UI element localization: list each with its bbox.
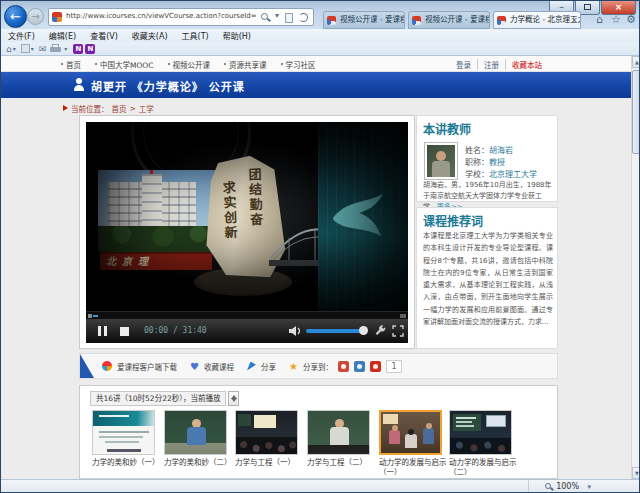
lecture-title-6[interactable]: 动力学的发展与启示（二） bbox=[449, 458, 523, 477]
weibo-icon[interactable] bbox=[338, 361, 349, 372]
lecture-title-5[interactable]: 动力学的发展与启示（一） bbox=[379, 458, 453, 477]
status-separator bbox=[528, 480, 529, 493]
mail-icon[interactable]: ✉ bbox=[39, 43, 47, 55]
nav-community[interactable]: 学习社区 bbox=[281, 59, 316, 70]
zoom-magnifier-icon bbox=[545, 483, 551, 489]
back-button[interactable]: ← bbox=[4, 5, 27, 28]
scroll-up-button[interactable]: ▲ bbox=[632, 56, 640, 68]
favorite-site-link[interactable]: 收藏本站 bbox=[505, 59, 548, 70]
tab-favicon-icon bbox=[327, 16, 336, 25]
onenote-icon[interactable]: N bbox=[73, 44, 83, 54]
menu-help[interactable]: 帮助(H) bbox=[216, 30, 258, 41]
pause-button[interactable] bbox=[98, 326, 101, 336]
forward-button[interactable]: → bbox=[27, 8, 44, 25]
fullscreen-icon[interactable] bbox=[392, 325, 404, 337]
register-link[interactable]: 注册 bbox=[477, 59, 505, 70]
address-bar[interactable]: http://www.icourses.cn/viewVCourse.actio… bbox=[48, 8, 314, 26]
tab-close-icon[interactable]: × bbox=[570, 12, 578, 28]
status-bar: 100% ▾ bbox=[1, 479, 640, 493]
course-banner: 胡更开 《力学概论》 公开课 bbox=[1, 72, 632, 98]
breadcrumb: 当前位置： 首页 > 工学 bbox=[63, 102, 157, 114]
teacher-name-link[interactable]: 胡海岩 bbox=[489, 146, 513, 155]
scroll-down-button[interactable]: ▼ bbox=[632, 467, 640, 479]
chevron-down-icon[interactable]: ▾ bbox=[64, 45, 67, 52]
volume-knob[interactable] bbox=[359, 326, 368, 335]
share-to-label: 分享到： bbox=[303, 361, 333, 372]
favorite-course-link[interactable]: 收藏课程 bbox=[204, 361, 234, 372]
lecture-thumb-4[interactable] bbox=[307, 410, 370, 455]
nav-home[interactable]: 首页 bbox=[61, 59, 81, 70]
login-link[interactable]: 登录 bbox=[450, 59, 477, 70]
client-download-link[interactable]: 爱课程客户端下载 bbox=[117, 361, 177, 372]
menu-favorites[interactable]: 收藏夹(A) bbox=[125, 30, 175, 41]
seek-bar[interactable] bbox=[86, 311, 408, 319]
onenote-linked-icon[interactable]: N bbox=[85, 44, 95, 54]
playlist-sort-spinner[interactable] bbox=[228, 391, 239, 406]
share-link[interactable]: 分享 bbox=[261, 361, 276, 372]
menu-tools[interactable]: 工具(T) bbox=[175, 30, 216, 41]
menu-file[interactable]: 文件(F) bbox=[1, 30, 42, 41]
volume-icon[interactable] bbox=[288, 325, 302, 337]
lecture-thumb-5-current[interactable] bbox=[379, 410, 442, 455]
url-dropdown-icon[interactable]: ▾ bbox=[275, 11, 279, 20]
print-icon[interactable] bbox=[50, 44, 61, 53]
breadcrumb-category-link[interactable]: 工学 bbox=[139, 103, 154, 114]
zoom-dropdown-icon[interactable]: ▾ bbox=[587, 483, 591, 491]
scrollbar-thumb[interactable] bbox=[632, 70, 640, 154]
browser-tab-2[interactable]: 视频公开课 - 爱课程 bbox=[408, 11, 490, 29]
lecture-thumb-2[interactable] bbox=[164, 410, 227, 455]
lecture-thumb-3[interactable] bbox=[235, 410, 298, 455]
share-bar: 爱课程客户端下载 ♥ 收藏课程 分享 ★ 分享到： 1 bbox=[79, 353, 558, 379]
pause-button[interactable] bbox=[104, 326, 107, 336]
bullet-icon bbox=[95, 63, 97, 65]
browser-tab-1[interactable]: 视频公开课 - 爱课程 bbox=[323, 11, 405, 29]
video-frame[interactable]: 北京理 团结勤奋 求实创新 bbox=[86, 122, 408, 311]
renren-icon[interactable] bbox=[370, 361, 381, 372]
site-favicon-icon bbox=[52, 12, 62, 22]
page-scrollbar[interactable]: ▲ ▼ bbox=[631, 56, 640, 479]
settings-gear-icon[interactable]: ⚙ bbox=[626, 14, 636, 26]
url-text[interactable]: http://www.icourses.cn/viewVCourse.actio… bbox=[66, 12, 256, 24]
lecture-title-1[interactable]: 力学的美和妙（一） bbox=[92, 458, 166, 468]
arrow-right-icon bbox=[63, 105, 68, 111]
tab-label: 视频公开课 - 爱课程 bbox=[340, 15, 405, 24]
feed-icon[interactable] bbox=[21, 44, 30, 53]
share-icon bbox=[247, 362, 256, 371]
star-icon: ★ bbox=[289, 361, 298, 372]
home-icon[interactable]: ⌂ bbox=[596, 14, 603, 26]
chevron-down-icon[interactable]: ▾ bbox=[13, 45, 16, 52]
lecture-thumb-6[interactable] bbox=[449, 410, 512, 455]
tab-label: 视频公开课 - 爱课程 bbox=[425, 15, 490, 24]
lecture-title-3[interactable]: 力学与工程（一） bbox=[235, 458, 309, 468]
lecture-title-4[interactable]: 力学与工程（二） bbox=[307, 458, 381, 468]
volume-slider[interactable] bbox=[306, 329, 362, 333]
teacher-name-row: 姓名：胡海岩 bbox=[465, 144, 513, 155]
qzone-icon[interactable] bbox=[354, 361, 365, 372]
stop-button[interactable] bbox=[120, 327, 129, 336]
nav-mooc[interactable]: 中国大学MOOC bbox=[95, 59, 154, 70]
chevron-down-icon[interactable]: ▾ bbox=[31, 45, 34, 52]
lecture-title-2[interactable]: 力学的美和妙（二） bbox=[164, 458, 238, 468]
menu-view[interactable]: 查看(V) bbox=[83, 30, 125, 41]
menu-edit[interactable]: 编辑(E) bbox=[42, 30, 83, 41]
client-app-icon bbox=[102, 361, 112, 371]
lecture-thumb-1[interactable] bbox=[92, 410, 155, 455]
breadcrumb-separator: > bbox=[130, 104, 136, 113]
favorites-icon[interactable]: ☆ bbox=[611, 14, 621, 26]
breadcrumb-home-link[interactable]: 首页 bbox=[112, 103, 127, 114]
bullet-icon bbox=[168, 63, 170, 65]
nav-open-video[interactable]: 视频公开课 bbox=[168, 59, 211, 70]
home-page-icon[interactable]: ⌂ bbox=[6, 43, 12, 55]
teacher-school-link[interactable]: 北京理工大学 bbox=[489, 170, 537, 179]
nav-shared-resources[interactable]: 资源共享课 bbox=[224, 59, 267, 70]
compatibility-view-icon[interactable] bbox=[285, 13, 293, 23]
settings-wrench-icon[interactable] bbox=[374, 325, 386, 337]
search-icon[interactable] bbox=[261, 13, 268, 20]
browser-tab-active[interactable]: 力学概论 - 北京理工大... × bbox=[493, 11, 581, 29]
tab-favicon-icon bbox=[497, 16, 506, 25]
zoom-level[interactable]: 100% bbox=[556, 482, 579, 491]
spinner-down-icon[interactable] bbox=[231, 398, 237, 402]
teacher-photo bbox=[424, 142, 458, 180]
teacher-panel-heading: 本讲教师 bbox=[423, 120, 551, 137]
refresh-icon[interactable] bbox=[299, 13, 308, 22]
